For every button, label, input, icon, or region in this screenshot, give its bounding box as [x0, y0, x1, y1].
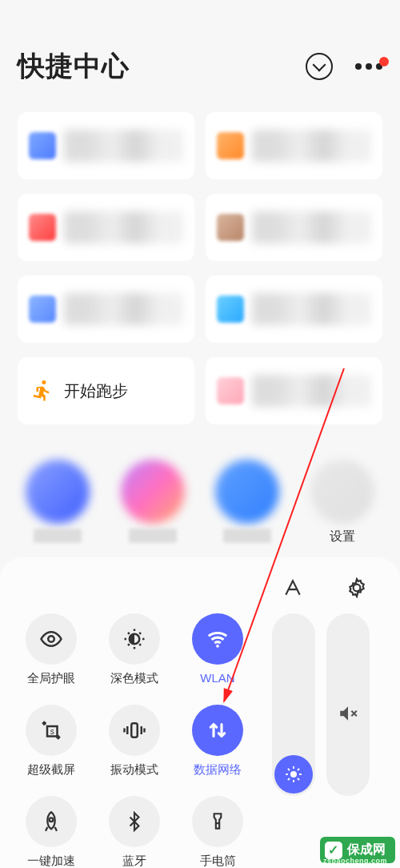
app-icon: [215, 460, 279, 524]
watermark: 保成网 zsbaocheng.com: [320, 837, 395, 863]
svg-text:s: s: [50, 727, 54, 736]
toggle-label: 超级截屏: [27, 762, 75, 778]
panel-top-actions: [11, 572, 389, 613]
app-item-settings[interactable]: 设置: [302, 460, 382, 543]
svg-point-2: [216, 645, 219, 648]
gear-icon[interactable]: [341, 572, 373, 604]
page-title: 快捷中心: [18, 48, 130, 85]
app-icon: [121, 460, 185, 524]
app-item[interactable]: [113, 460, 193, 543]
toggle-label: 蓝牙: [122, 854, 146, 868]
app-item[interactable]: [18, 460, 98, 543]
svg-point-5: [50, 818, 54, 822]
shortcut-card-grid: 开始跑步: [0, 101, 400, 436]
running-icon: [29, 377, 56, 404]
toggle-eye-care[interactable]: 全局护眼: [11, 613, 91, 700]
app-label: 设置: [330, 528, 355, 543]
svg-rect-4: [131, 723, 138, 737]
toggle-label: WLAN: [200, 671, 234, 685]
toggle-label: 数据网络: [194, 762, 242, 778]
header: 快捷中心: [0, 0, 400, 101]
toggle-mobile-data[interactable]: 数据网络: [178, 705, 258, 791]
shortcut-card[interactable]: [206, 275, 382, 343]
toggle-label: 全局护眼: [27, 671, 75, 686]
font-icon[interactable]: [277, 572, 309, 604]
control-panel: 全局护眼 深色模式 WLAN s 超级截屏 振动模式 数据网络: [0, 557, 400, 868]
shortcut-card-run[interactable]: 开始跑步: [18, 357, 194, 424]
mute-icon: [338, 703, 358, 724]
shortcut-card[interactable]: [206, 112, 382, 179]
toggle-boost[interactable]: 一键加速: [11, 796, 91, 868]
data-arrows-icon: [192, 705, 243, 756]
svg-point-0: [48, 636, 54, 642]
svg-point-6: [290, 771, 297, 778]
header-actions: [306, 53, 382, 80]
toggle-vibrate[interactable]: 振动模式: [94, 705, 174, 791]
app-strip: 设置: [0, 444, 400, 543]
volume-slider[interactable]: [326, 613, 370, 796]
toggle-dark-mode[interactable]: 深色模式: [94, 613, 174, 700]
shortcut-card[interactable]: [206, 357, 382, 424]
app-icon: [26, 460, 90, 524]
toggle-label: 一键加速: [27, 854, 75, 868]
run-label: 开始跑步: [64, 380, 128, 402]
brightness-slider[interactable]: [272, 613, 315, 796]
app-item[interactable]: [207, 460, 287, 543]
shortcut-card[interactable]: [18, 112, 194, 179]
shortcut-card[interactable]: [18, 194, 194, 261]
quick-toggle-grid: 全局护眼 深色模式 WLAN s 超级截屏 振动模式 数据网络: [11, 613, 258, 868]
toggle-bluetooth[interactable]: 蓝牙: [94, 796, 174, 868]
toggle-label: 振动模式: [110, 762, 158, 778]
toggle-screenshot[interactable]: s 超级截屏: [11, 705, 91, 791]
shortcut-card[interactable]: [18, 275, 194, 343]
toggle-wlan[interactable]: WLAN: [178, 613, 258, 700]
app-icon: [310, 460, 374, 524]
brightness-icon: [274, 755, 313, 794]
toggle-label: 深色模式: [110, 671, 158, 686]
more-icon[interactable]: [355, 63, 382, 70]
watermark-sub: zsbaocheng.com: [323, 857, 387, 865]
toggle-flashlight[interactable]: 手电筒: [178, 796, 258, 868]
watermark-text: 保成网: [347, 842, 386, 858]
shortcut-card[interactable]: [206, 194, 382, 261]
sliders: [266, 613, 370, 796]
chevron-down-circle-icon[interactable]: [306, 53, 333, 80]
toggle-label: 手电筒: [200, 854, 236, 868]
wifi-icon: [192, 613, 243, 665]
